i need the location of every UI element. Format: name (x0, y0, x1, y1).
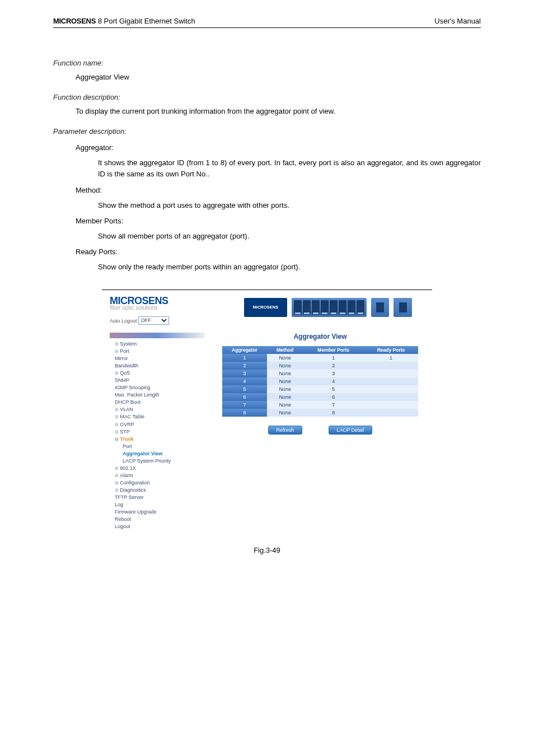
nav-item-firmware-upgrade[interactable]: Firmware Upgrade (110, 508, 205, 516)
nav-item-dhcp-boot[interactable]: DHCP Boot (110, 399, 205, 406)
nav-item-snmp[interactable]: SNMP (110, 377, 205, 384)
figure-caption: Fig.3-49 (53, 546, 481, 554)
nav-item-stp[interactable]: STP (110, 428, 205, 436)
nav-item-system[interactable]: System (110, 340, 205, 348)
nav-item-logout[interactable]: Logout (110, 523, 205, 530)
cell-aggregator: 8 (222, 409, 267, 417)
cell-ready-ports (364, 385, 418, 393)
param-ready-text: Show only the ready member ports within … (98, 262, 481, 273)
cell-aggregator: 4 (222, 377, 267, 385)
doc-brand: MICROSENS (53, 17, 96, 25)
cell-method: None (267, 370, 303, 377)
param-method-text: Show the method a port uses to aggregate… (98, 200, 481, 211)
param-aggregator-text: It shows the aggregator ID (from 1 to 8)… (98, 157, 481, 180)
cell-aggregator: 2 (222, 362, 267, 370)
cell-method: None (267, 409, 303, 417)
app-logo: MICROSENS fiber optic solutions (110, 296, 210, 311)
cell-member-ports: 3 (303, 370, 364, 377)
nav-tree: SystemPortMirrorBandwidthQoSSNMPIGMP Sno… (110, 333, 205, 530)
nav-item-alarm[interactable]: Alarm (110, 472, 205, 479)
cell-ready-ports (364, 362, 418, 370)
cell-ready-ports (364, 393, 418, 401)
doc-header-right: User's Manual (434, 17, 481, 25)
nav-item-reboot[interactable]: Reboot (110, 516, 205, 523)
cell-ready-ports: 1 (364, 354, 418, 362)
param-member-heading: Member Ports: (76, 217, 481, 225)
doc-product: 8 Port Gigabit Ethernet Switch (96, 17, 195, 25)
cell-ready-ports (364, 409, 418, 417)
nav-item-tftp-server[interactable]: TFTP Server (110, 494, 205, 501)
device-banner: MICROSENS (244, 298, 287, 317)
port-strip-icon (292, 298, 367, 317)
col-method: Method (267, 346, 303, 354)
cell-member-ports: 4 (303, 377, 364, 385)
nav-item-igmp-snooping[interactable]: IGMP Snooping (110, 384, 205, 391)
lacp-detail-button[interactable]: LACP Detail (329, 426, 373, 435)
device-graphic: MICROSENS (244, 296, 412, 319)
cell-aggregator: 5 (222, 385, 267, 393)
cell-method: None (267, 385, 303, 393)
embedded-screenshot: MICROSENS fiber optic solutions Auto Log… (102, 290, 432, 540)
nav-color-bar (110, 333, 205, 338)
sfp-icon (371, 298, 390, 317)
nav-item-trunk[interactable]: Trunk (110, 436, 205, 443)
nav-item-802-1x[interactable]: 802.1X (110, 465, 205, 472)
table-row[interactable]: 6None6 (222, 393, 418, 401)
cell-method: None (267, 354, 303, 362)
cell-ready-ports (364, 377, 418, 385)
nav-item-aggregator-view[interactable]: Aggregator View (118, 450, 205, 458)
table-row[interactable]: 3None3 (222, 370, 418, 377)
cell-member-ports: 2 (303, 362, 364, 370)
param-aggregator-heading: Aggregator: (76, 143, 481, 152)
table-row[interactable]: 1None11 (222, 354, 418, 362)
nav-item-mirror[interactable]: Mirror (110, 355, 205, 362)
function-name-label: Function name: (53, 59, 481, 67)
cell-member-ports: 7 (303, 401, 364, 409)
table-row[interactable]: 5None5 (222, 385, 418, 393)
param-method-heading: Method: (76, 186, 481, 194)
function-description-label: Function description: (53, 93, 481, 101)
nav-item-log[interactable]: Log (110, 501, 205, 508)
aggregator-table: Aggregator Method Member Ports Ready Por… (222, 346, 418, 417)
cell-member-ports: 8 (303, 409, 364, 417)
param-member-text: Show all member ports of an aggregator (… (98, 231, 481, 242)
cell-method: None (267, 393, 303, 401)
param-ready-heading: Ready Ports: (76, 248, 481, 256)
nav-item-lacp-system-priority[interactable]: LACP System Priority (118, 458, 205, 465)
header-rule (53, 27, 481, 28)
nav-item-configuration[interactable]: Configuration (110, 479, 205, 487)
col-aggregator: Aggregator (222, 346, 267, 354)
table-row[interactable]: 2None2 (222, 362, 418, 370)
nav-item-qos[interactable]: QoS (110, 370, 205, 377)
cell-aggregator: 3 (222, 370, 267, 377)
function-description-value: To display the current port trunking inf… (76, 106, 481, 117)
cell-aggregator: 7 (222, 401, 267, 409)
refresh-button[interactable]: Refresh (268, 426, 303, 435)
nav-item-port[interactable]: Port (118, 443, 205, 450)
cell-ready-ports (364, 401, 418, 409)
cell-member-ports: 5 (303, 385, 364, 393)
function-name-value: Aggregator View (76, 72, 481, 83)
nav-item-mac-table[interactable]: MAC Table (110, 413, 205, 421)
table-row[interactable]: 4None4 (222, 377, 418, 385)
nav-item-gvrp[interactable]: GVRP (110, 421, 205, 428)
auto-logout-select[interactable]: OFF (138, 316, 169, 325)
doc-header-left: MICROSENS 8 Port Gigabit Ethernet Switch (53, 17, 195, 25)
cell-member-ports: 1 (303, 354, 364, 362)
table-row[interactable]: 8None8 (222, 409, 418, 417)
nav-item-port[interactable]: Port (110, 348, 205, 355)
nav-item-diagnostics[interactable]: Diagnostics (110, 487, 205, 494)
auto-logout-label: Auto Logout (110, 318, 137, 323)
col-member-ports: Member Ports (303, 346, 364, 354)
table-row[interactable]: 7None7 (222, 401, 418, 409)
content-title: Aggregator View (216, 333, 424, 340)
cell-aggregator: 1 (222, 354, 267, 362)
cell-method: None (267, 377, 303, 385)
nav-item-max-packet-length[interactable]: Max. Packet Length (110, 391, 205, 399)
parameter-description-label: Parameter description: (53, 127, 481, 136)
nav-item-bandwidth[interactable]: Bandwidth (110, 362, 205, 370)
cell-member-ports: 6 (303, 393, 364, 401)
nav-item-vlan[interactable]: VLAN (110, 406, 205, 413)
sfp-icon (394, 298, 412, 317)
cell-method: None (267, 362, 303, 370)
